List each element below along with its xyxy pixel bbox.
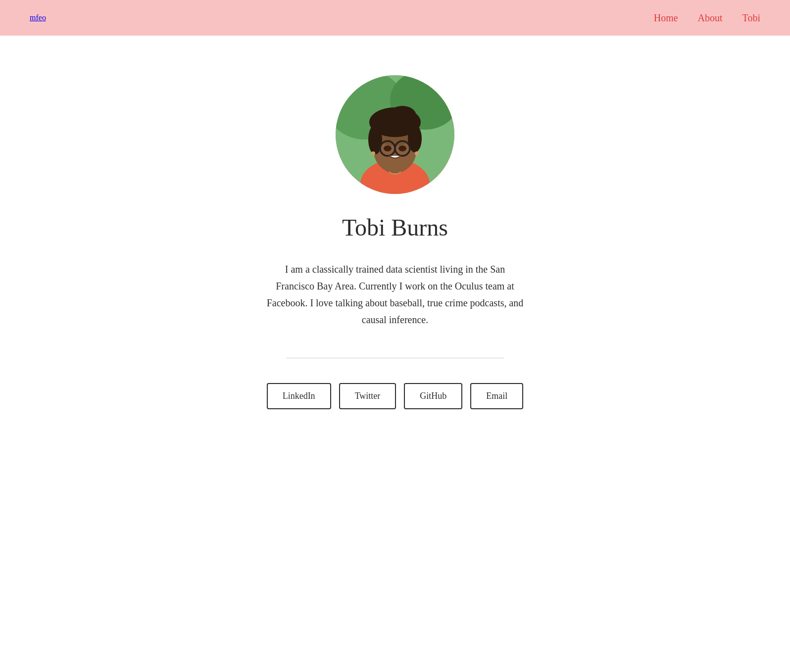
bio-text: I am a classically trained data scientis… — [266, 261, 524, 328]
email-button[interactable]: Email — [470, 383, 523, 409]
nav-about[interactable]: About — [698, 12, 723, 24]
profile-image-container — [336, 75, 454, 194]
svg-point-9 — [389, 106, 416, 126]
linkedin-button[interactable]: LinkedIn — [267, 383, 331, 409]
svg-point-18 — [398, 145, 406, 151]
github-button[interactable]: GitHub — [404, 383, 462, 409]
svg-point-19 — [371, 151, 375, 155]
social-links: LinkedIn Twitter GitHub Email — [267, 383, 524, 409]
nav-tobi[interactable]: Tobi — [742, 12, 760, 24]
avatar — [336, 75, 454, 194]
site-header: mfeo Home About Tobi — [0, 0, 790, 36]
main-nav: Home About Tobi — [654, 12, 760, 24]
svg-point-17 — [384, 145, 392, 151]
nav-home[interactable]: Home — [654, 12, 678, 24]
main-content: Tobi Burns I am a classically trained da… — [0, 36, 790, 449]
twitter-button[interactable]: Twitter — [339, 383, 396, 409]
svg-point-20 — [415, 151, 419, 155]
person-name: Tobi Burns — [342, 214, 448, 241]
site-logo[interactable]: mfeo — [30, 13, 46, 22]
divider — [286, 358, 504, 358]
